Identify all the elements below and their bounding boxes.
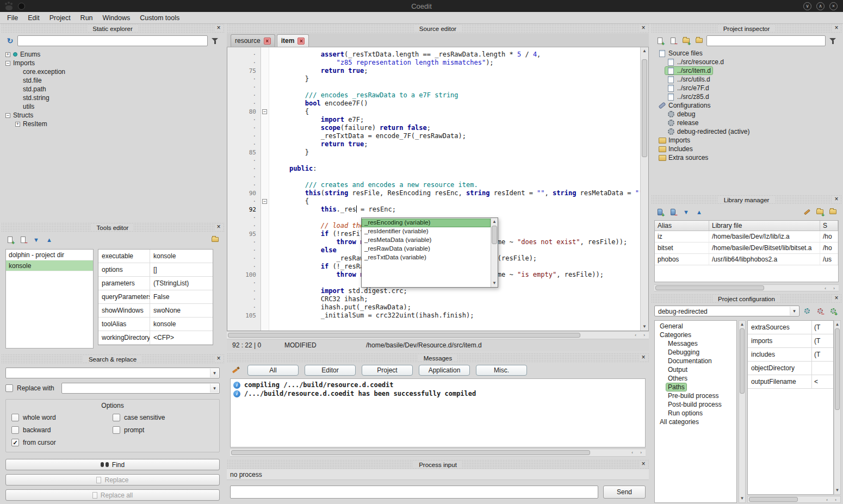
window-close-icon[interactable]: × bbox=[829, 2, 838, 10]
option-prompt[interactable]: prompt bbox=[113, 426, 214, 434]
property-row[interactable]: parameters(TStringList) bbox=[98, 277, 213, 290]
tree-item-content[interactable]: All categories bbox=[658, 418, 701, 426]
close-panel-icon[interactable]: × bbox=[640, 354, 647, 362]
scroll-up-icon[interactable]: ▲ bbox=[641, 47, 648, 55]
property-row[interactable]: executablekonsole bbox=[98, 250, 213, 263]
find-button[interactable]: Find bbox=[5, 459, 220, 470]
checkbox[interactable]: ✓ bbox=[11, 439, 19, 446]
close-panel-icon[interactable]: × bbox=[215, 223, 222, 231]
message-row[interactable]: icompiling /.../build/resource.d.coedit bbox=[233, 381, 642, 389]
close-panel-icon[interactable]: × bbox=[640, 461, 647, 468]
property-row[interactable]: workingDirectory<CFP> bbox=[98, 331, 213, 345]
property-value[interactable]: konsole bbox=[150, 318, 213, 331]
project-tree-item[interactable]: ../src/item.d bbox=[652, 66, 841, 75]
option-whole-word[interactable]: whole word bbox=[11, 414, 113, 421]
tree-item-content[interactable]: Includes bbox=[656, 145, 695, 153]
remove-source-button[interactable]: − bbox=[667, 35, 679, 46]
tree-item-content[interactable]: Documentation bbox=[666, 357, 714, 365]
collapse-icon[interactable]: − bbox=[5, 61, 10, 66]
clear-messages-button[interactable] bbox=[230, 364, 241, 376]
config-property-row[interactable]: imports(T bbox=[748, 334, 833, 348]
close-panel-icon[interactable]: × bbox=[640, 24, 647, 32]
scroll-right-icon[interactable]: › bbox=[637, 449, 645, 456]
move-tool-down-button[interactable]: ▼ bbox=[30, 234, 42, 245]
close-panel-icon[interactable]: × bbox=[833, 295, 840, 302]
project-tree-item[interactable]: debug-redirected (active) bbox=[652, 127, 841, 136]
menu-file[interactable]: File bbox=[2, 13, 23, 23]
project-tree-item[interactable]: ../src/resource.d bbox=[652, 58, 841, 66]
menu-edit[interactable]: Edit bbox=[23, 13, 45, 23]
window-minimize-icon[interactable]: ∨ bbox=[803, 2, 811, 10]
project-tree-item[interactable]: ../src/utils.d bbox=[652, 75, 841, 84]
tree-item-content[interactable]: Configurations bbox=[656, 102, 712, 109]
message-row[interactable]: i/.../build/resource.d.coedit has been s… bbox=[233, 389, 642, 398]
project-tree-item[interactable]: Extra sources bbox=[652, 153, 841, 162]
tree-item-content[interactable]: Pre-build process bbox=[666, 392, 720, 400]
symbol-tree-item[interactable]: std.file bbox=[2, 76, 223, 85]
editor-tab-item[interactable]: item× bbox=[277, 34, 309, 47]
option-from-cursor[interactable]: ✓from cursor bbox=[11, 439, 113, 446]
checkbox[interactable] bbox=[113, 414, 120, 421]
filter-sources-button[interactable] bbox=[827, 35, 839, 46]
tree-item-content[interactable]: Imports bbox=[656, 136, 692, 144]
tree-item-content[interactable]: ../src/item.d bbox=[665, 67, 712, 74]
scroll-down-icon[interactable]: ▼ bbox=[491, 279, 498, 287]
project-tree-item[interactable]: ../src/e7F.d bbox=[652, 84, 841, 92]
config-property-value[interactable] bbox=[812, 362, 833, 375]
messages-filter-all[interactable]: All bbox=[247, 365, 299, 376]
category-item[interactable]: Output bbox=[655, 365, 736, 374]
tree-item-content[interactable]: ../src/z85.d bbox=[665, 93, 711, 101]
chevron-down-icon[interactable]: ▾ bbox=[210, 369, 219, 377]
completion-item[interactable]: _resIdentifier (variable) bbox=[362, 227, 491, 236]
fold-collapse-icon[interactable]: − bbox=[262, 199, 267, 204]
tree-item-content[interactable]: Categories bbox=[658, 331, 693, 339]
scrollbar-thumb[interactable] bbox=[228, 333, 580, 338]
inspector-filter-input[interactable] bbox=[706, 35, 826, 46]
scroll-up-icon[interactable]: ▲ bbox=[834, 321, 840, 328]
checkbox[interactable] bbox=[113, 426, 120, 434]
scroll-left-icon[interactable]: ‹ bbox=[823, 496, 831, 502]
scroll-left-icon[interactable]: ‹ bbox=[631, 332, 640, 339]
config-property-row[interactable]: includes(T bbox=[748, 348, 833, 362]
symbol-tree-item[interactable]: utils bbox=[2, 102, 223, 111]
register-project-library-button[interactable]: + bbox=[814, 206, 826, 217]
scrollbar-thumb[interactable] bbox=[231, 450, 590, 455]
fold-collapse-icon[interactable]: − bbox=[262, 109, 267, 114]
property-value[interactable]: [] bbox=[150, 263, 213, 276]
checkbox[interactable] bbox=[11, 414, 19, 421]
scroll-up-icon[interactable]: ▲ bbox=[739, 321, 745, 328]
category-item[interactable]: Post-build process bbox=[655, 400, 736, 409]
checkbox[interactable] bbox=[11, 426, 19, 434]
library-row[interactable]: iz/home/basile/Dev/Iz/lib/iz.a/ho bbox=[655, 231, 838, 242]
symbol-tree-item[interactable]: std.path bbox=[2, 85, 223, 94]
project-tree-item[interactable]: Includes bbox=[652, 145, 841, 153]
editor-tab-resource[interactable]: resource× bbox=[231, 34, 275, 47]
property-row[interactable]: options[] bbox=[98, 263, 213, 277]
scrollbar-thumb[interactable] bbox=[492, 226, 497, 244]
property-value[interactable]: <CFP> bbox=[150, 331, 213, 344]
close-panel-icon[interactable]: × bbox=[215, 24, 222, 32]
edit-library-alias-button[interactable] bbox=[801, 206, 813, 217]
scroll-down-icon[interactable]: ▼ bbox=[834, 487, 840, 494]
add-configuration-button[interactable]: + bbox=[827, 305, 839, 316]
scroll-down-icon[interactable]: ▼ bbox=[641, 323, 648, 331]
close-panel-icon[interactable]: × bbox=[833, 24, 840, 32]
property-value[interactable]: (TStringList) bbox=[150, 277, 213, 290]
tree-item-content[interactable]: debug bbox=[665, 110, 697, 118]
config-property-row[interactable]: objectDirectory bbox=[748, 362, 833, 375]
symbol-tree-item[interactable]: core.exception bbox=[2, 67, 223, 76]
chevron-down-icon[interactable]: ▾ bbox=[790, 307, 798, 315]
replace-button[interactable]: Replace bbox=[5, 474, 220, 486]
move-library-down-button[interactable]: ▼ bbox=[680, 206, 692, 217]
chevron-down-icon[interactable]: ▾ bbox=[210, 384, 219, 393]
replace-all-button[interactable]: Replace all bbox=[5, 489, 220, 501]
category-item[interactable]: Paths bbox=[655, 383, 736, 391]
expand-icon[interactable]: + bbox=[15, 122, 20, 127]
tool-item[interactable]: konsole bbox=[6, 260, 93, 271]
symbol-tree-item[interactable]: −Structs bbox=[2, 111, 223, 120]
filter-symbols-button[interactable] bbox=[209, 35, 221, 46]
scroll-left-icon[interactable]: ‹ bbox=[821, 285, 829, 291]
close-panel-icon[interactable]: × bbox=[833, 196, 840, 203]
category-item[interactable]: Pre-build process bbox=[655, 391, 736, 400]
messages-filter-application[interactable]: Application bbox=[419, 365, 470, 376]
